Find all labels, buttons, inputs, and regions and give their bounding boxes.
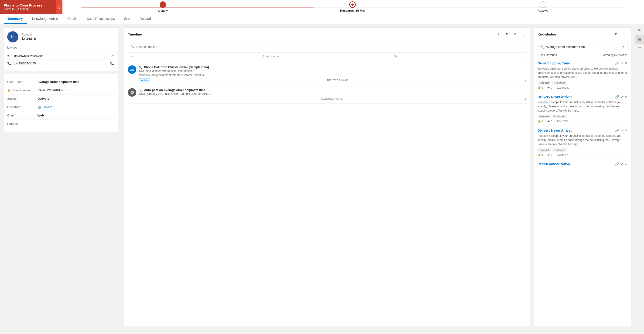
right-sidebar: ✏ ▦ 📋 [635,24,644,330]
knowledge-item-footer-3: 👍 0 · 👁 0 · 12/30/2020 [538,153,628,156]
tab-knowledge-article[interactable]: Knowledge Article [28,14,62,24]
share-icon-4[interactable]: ↗ [620,162,623,166]
timeline-filter-button[interactable]: ▼ [504,31,510,37]
email-icon-2[interactable]: ✉ [625,95,628,99]
knowledge-item-order-shipping: Order Shipping Time 🔗 ↗ ✉ We value custo… [538,59,628,92]
email-icon-3[interactable]: ✉ [625,129,628,132]
field-value-case-title: Average order shipment time [38,80,114,84]
knowledge-search-input[interactable] [546,45,620,49]
share-icon-1[interactable]: ↗ [620,61,623,65]
link-icon-2[interactable]: 🔗 [615,95,619,99]
account-info: Account Litware [22,33,36,41]
knowledge-tags-3: External Published [538,148,628,152]
link-icon-4[interactable]: 🔗 [615,162,619,166]
timeline-item-phone-call: CG 📞 Phone Call from Christa Geller (Sam… [128,63,527,85]
field-value-origin: Web [38,114,114,117]
share-icon-3[interactable]: ↗ [620,129,623,132]
email-icon-1[interactable]: ✉ [625,61,628,65]
timeline-title: Timeline [128,32,493,36]
tag-external-2: External [538,115,550,118]
step-research-label: Research (16 Mo) [340,9,365,12]
knowledge-item-title-3[interactable]: Delivery Never Arrived [538,129,572,132]
tab-related[interactable]: Related [135,14,155,24]
phone-action-icon[interactable]: 📞 [110,61,114,65]
field-case-title: Case Title * Average order shipment time [7,78,114,86]
email-icon-4[interactable]: ✉ [625,162,628,166]
required-marker: * [22,80,23,84]
timeline-add-button[interactable]: + [495,31,502,37]
knowledge-item-actions-1: 🔗 ↗ ✉ [615,61,628,65]
tab-sla[interactable]: SLA [120,14,134,24]
knowledge-item-body-1: We value customer service above all else… [538,67,628,79]
contact-phone-row: 📞 1-425-555-3455 📞 [7,59,114,67]
field-value-product: --- [38,122,114,126]
field-value-case-number: CAS-01213-P8B3X0 [38,88,114,92]
knowledge-item-footer-1: 👍 0 · 👁 0 · 12/30/2020 [538,86,628,89]
knowledge-items: Order Shipping Time 🔗 ↗ ✉ We value custo… [534,59,631,326]
email-icon: ✉ [7,54,12,57]
field-value-customer[interactable]: 🏢 Litware [38,105,114,109]
step-identify-circle: ✓ [160,2,166,8]
chevron-phone-call[interactable]: ∨ [524,78,527,82]
step-identify[interactable]: ✓ Identify [158,2,168,12]
timeline-item-title-auto-post: 📋 Auto-post on Average order shipment ti… [139,88,527,92]
auto-post-icon: 📋 [139,88,142,92]
timeline-more-button[interactable]: ⋮ [520,31,527,37]
account-name: Litware [22,36,36,41]
knowledge-search-clear[interactable]: ✕ [622,45,625,49]
step-research-circle [349,2,356,8]
sidebar-edit-button[interactable]: ✏ [636,26,644,34]
badge-active: Active [139,78,150,82]
required-marker-customer: * [21,105,22,109]
timestamp-auto-post: 4/12/2020 1:48 AM [321,97,342,100]
timeline-item-sub2-phone-call: Schedule an appointment with the custome… [139,74,527,77]
customer-icon: 🏢 [38,105,41,109]
knowledge-item-title-4[interactable]: Return Authorization [538,162,570,166]
knowledge-item-footer-2: 👍 0 · 👁 0 · 4/14/2020 [538,120,628,123]
note-edit-icon: ✏ [131,55,261,58]
sidebar-columns-button[interactable]: ▦ [636,35,644,44]
timeline-item-footer-auto-post: 4/12/2020 1:48 AM ∨ [139,97,527,101]
process-collapse-button[interactable]: ❮ [56,0,62,14]
knowledge-search-bar[interactable]: 🔍 ✕ [538,43,628,50]
timeline-search-bar[interactable]: 🔍 [128,43,527,50]
link-icon-1[interactable]: 🔗 [615,61,619,65]
search-icon: 🔍 [130,45,134,49]
step-resolve[interactable]: Resolve [538,2,548,12]
tag-published-1: Published [552,81,567,85]
timeline-sort-button[interactable]: ≡ [512,31,518,37]
step-research[interactable]: Research (16 Mo) [340,2,365,12]
field-label-product: Product [7,122,35,126]
step-resolve-circle [540,2,546,8]
knowledge-search-icon: 🔍 [540,45,544,49]
chevron-auto-post[interactable]: ∨ [524,97,527,101]
timeline-item-content-phone-call: 📞 Phone Call from Christa Geller (Sample… [139,65,527,82]
search-input[interactable] [136,45,524,49]
date-2: 4/14/2020 [556,120,568,123]
tab-details[interactable]: Details [63,14,82,24]
email-action-icon[interactable]: ⇗ [111,54,114,57]
knowledge-item-return: Return Authorization 🔗 ↗ ✉ [538,159,628,171]
sidebar-clipboard-button[interactable]: 📋 [636,45,644,53]
knowledge-sort-button[interactable]: ↕ [621,31,628,37]
field-product: Product --- [7,120,114,128]
tab-summary[interactable]: Summary [4,14,27,24]
knowledge-tags-1: External Published [538,81,628,85]
likes-3: 👍 0 [538,153,543,156]
step-resolve-label: Resolve [538,9,548,12]
knowledge-item-title-1[interactable]: Order Shipping Time [538,61,570,65]
contact-phone: 1-425-555-3455 [14,62,108,65]
note-placeholder[interactable]: Enter a note... [262,55,392,58]
tag-published-3: Published [552,148,567,152]
account-card: Li Account Litware Litware ✉ andrewr@lit… [3,27,118,71]
timeline-panel: Timeline + ▼ ≡ ⋮ 🔍 ✏ Enter a note... 📎 C… [124,27,531,327]
field-origin: Origin Web [7,111,114,120]
knowledge-filter-button[interactable]: ▼ [612,31,619,37]
share-icon-2[interactable]: ↗ [620,95,623,99]
knowledge-item-title-2[interactable]: Delivery Never Arrived [538,95,572,99]
date-3: 12/30/2020 [556,153,569,156]
account-subname: Litware [7,46,114,49]
link-icon-3[interactable]: 🔗 [615,129,619,132]
tab-case-relationships[interactable]: Case Relationships [82,14,119,24]
attachment-icon: 📎 [394,55,524,58]
